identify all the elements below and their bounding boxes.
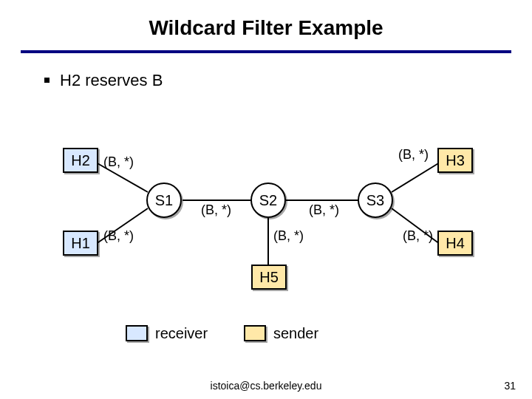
legend-sender-swatch <box>244 325 266 341</box>
label-s3-h3: (B, *) <box>398 147 429 163</box>
host-h1: H1 <box>63 231 98 256</box>
legend-receiver-label: receiver <box>155 325 208 342</box>
bullet-text: H2 reserves B <box>60 71 163 89</box>
host-h5: H5 <box>251 265 287 290</box>
label-s3-h4: (B, *) <box>403 228 433 244</box>
svg-line-5 <box>392 163 440 192</box>
footer-email: istoica@cs.berkeley.edu <box>0 380 532 392</box>
label-s2-s3: (B, *) <box>309 202 339 218</box>
label-s1-s2: (B, *) <box>201 202 231 218</box>
router-s3: S3 <box>358 183 393 218</box>
label-h1-s1: (B, *) <box>103 228 134 244</box>
host-h3: H3 <box>437 148 473 173</box>
host-h4: H4 <box>437 231 473 256</box>
router-s2: S2 <box>250 183 286 218</box>
label-s2-h5: (B, *) <box>273 228 304 244</box>
title-rule <box>21 50 511 53</box>
legend-receiver-swatch <box>126 325 148 341</box>
slide-title: Wildcard Filter Example <box>0 16 532 40</box>
bullet-square-icon <box>44 78 50 83</box>
router-s1: S1 <box>146 183 182 218</box>
label-h2-s1: (B, *) <box>103 154 134 170</box>
legend-sender-label: sender <box>273 325 318 342</box>
bullet-item: H2 reserves B <box>44 71 163 90</box>
host-h2: H2 <box>63 148 98 173</box>
page-number: 31 <box>504 380 516 392</box>
